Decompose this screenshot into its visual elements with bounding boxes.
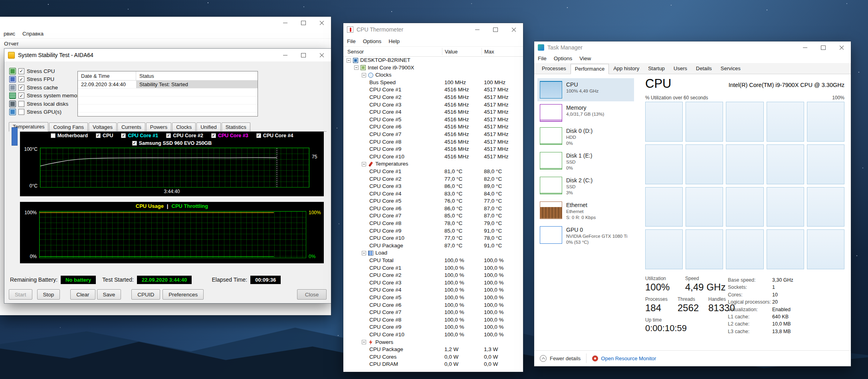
legend-checkbox[interactable] bbox=[96, 133, 101, 138]
minimize-button[interactable] bbox=[276, 49, 294, 61]
legend-checkbox[interactable] bbox=[166, 133, 171, 138]
tab-services[interactable]: Services bbox=[716, 63, 745, 74]
menu-item-view[interactable]: View bbox=[576, 55, 595, 61]
tree-row-cpu-core-3[interactable]: CPU Core #3100,0 %100,0 % bbox=[343, 279, 523, 287]
tree-row-cpu-core-9[interactable]: CPU Core #9100,0 %100,0 % bbox=[343, 324, 523, 331]
tree-row-temperatures[interactable]: Temperatures bbox=[343, 160, 523, 168]
close-icon[interactable] bbox=[505, 23, 523, 36]
tree-row-cpu-core-1[interactable]: CPU Core #14516 MHz4517 MHz bbox=[343, 86, 523, 94]
sidebar-disk-1-e[interactable]: Disk 1 (E:)SSD0% bbox=[537, 149, 634, 174]
legend-item-motherboard[interactable]: Motherboard bbox=[51, 133, 88, 138]
stress-checkbox[interactable] bbox=[18, 109, 24, 115]
save-button[interactable]: Save bbox=[97, 289, 121, 300]
legend-checkbox[interactable] bbox=[256, 133, 261, 138]
sidebar-disk-0-d[interactable]: Disk 0 (D:)HDD0% bbox=[537, 124, 634, 149]
menu-item-file[interactable]: File bbox=[534, 55, 550, 61]
tm-titlebar[interactable]: Task Manager bbox=[534, 41, 851, 53]
column-header-max[interactable]: Max bbox=[482, 48, 494, 55]
tree-row-cpu-core-6[interactable]: CPU Core #64516 MHz4517 MHz bbox=[343, 123, 523, 131]
chevron-up-icon[interactable] bbox=[540, 355, 547, 362]
tree-row-cpu-core-8[interactable]: CPU Core #8100,0 %100,0 % bbox=[343, 316, 523, 324]
tree-row-cpu-core-2[interactable]: CPU Core #2100,0 %100,0 % bbox=[343, 272, 523, 279]
tab-statistics[interactable]: Statistics bbox=[222, 122, 250, 131]
tree-row-load[interactable]: Load bbox=[343, 249, 523, 257]
tab-startup[interactable]: Startup bbox=[644, 63, 669, 74]
legend-item-cpu[interactable]: CPU bbox=[96, 133, 113, 138]
sidebar-ethernet[interactable]: EthernetEthernetS: 0 R: 0 Kbps bbox=[537, 199, 634, 223]
tab-performance[interactable]: Performance bbox=[571, 64, 609, 74]
stress-checkbox[interactable] bbox=[18, 93, 24, 99]
stress-item-stress-fpu[interactable]: Stress FPU bbox=[9, 75, 81, 84]
tree-row-cpu-cores[interactable]: CPU Cores0,0 W0,0 W bbox=[343, 353, 523, 361]
stress-item-stress-gpu-s[interactable]: Stress GPU(s) bbox=[9, 108, 81, 116]
tree-row-cpu-core-10[interactable]: CPU Core #10100,0 %100,0 % bbox=[343, 331, 523, 339]
menu-item-options[interactable]: Options bbox=[550, 55, 576, 61]
tree-row-cpu-core-3[interactable]: CPU Core #34516 MHz4517 MHz bbox=[343, 101, 523, 109]
legend-item-samsung-ssd-960-evo-250gb[interactable]: Samsung SSD 960 EVO 250GB bbox=[132, 140, 212, 146]
stress-item-stress-local-disks[interactable]: Stress local disks bbox=[9, 100, 81, 108]
sidebar-disk-2-c[interactable]: Disk 2 (C:)SSD3% bbox=[537, 174, 634, 199]
tab-processes[interactable]: Processes bbox=[537, 63, 571, 74]
sidebar-gpu-0[interactable]: GPU 0NVIDIA GeForce GTX 1080 Ti0% (53 °C… bbox=[537, 223, 634, 248]
close-icon[interactable] bbox=[313, 49, 331, 61]
stress-log-table[interactable]: Date & Time Status 22.09.2020 3:44:40 St… bbox=[77, 71, 258, 116]
tree-row-intel-core-i9-7900x[interactable]: Intel Core i9-7900X bbox=[343, 64, 523, 72]
tab-clocks[interactable]: Clocks bbox=[172, 122, 196, 131]
tree-row-cpu-core-5[interactable]: CPU Core #576,0 °C77,0 °C bbox=[343, 197, 523, 205]
column-header[interactable]: Status bbox=[136, 73, 154, 79]
stress-checkbox[interactable] bbox=[18, 101, 24, 107]
tree-row-cpu-total[interactable]: CPU Total100,0 %100,0 % bbox=[343, 257, 523, 265]
thermo-titlebar[interactable]: CPU Thermometer bbox=[343, 23, 523, 36]
tree-row-cpu-core-5[interactable]: CPU Core #54516 MHz4517 MHz bbox=[343, 116, 523, 124]
tree-row-cpu-package[interactable]: CPU Package87,0 °C91,0 °C bbox=[343, 242, 523, 250]
tree-row-cpu-core-2[interactable]: CPU Core #24516 MHz4517 MHz bbox=[343, 94, 523, 101]
tree-row-cpu-core-7[interactable]: CPU Core #7100,0 %100,0 % bbox=[343, 309, 523, 316]
tab-details[interactable]: Details bbox=[692, 63, 716, 74]
close-button[interactable]: Close bbox=[297, 289, 327, 300]
tree-row-desktop-b2rinet[interactable]: DESKTOP-B2RINET bbox=[343, 57, 523, 64]
tree-row-cpu-core-4[interactable]: CPU Core #44516 MHz4517 MHz bbox=[343, 109, 523, 116]
fewer-details-button[interactable]: Fewer details bbox=[550, 355, 581, 361]
tab-users[interactable]: Users bbox=[669, 63, 692, 74]
open-resource-monitor-link[interactable]: Open Resource Monitor bbox=[601, 355, 656, 361]
menu-item-options[interactable]: Options bbox=[359, 38, 385, 44]
tree-row-clocks[interactable]: Clocks bbox=[343, 71, 523, 79]
tree-row-cpu-core-2[interactable]: CPU Core #277,0 °C82,0 °C bbox=[343, 176, 523, 183]
stress-item-stress-cache[interactable]: Stress cache bbox=[9, 83, 81, 92]
tree-row-cpu-dram[interactable]: CPU DRAM0,0 W0,0 W bbox=[343, 361, 523, 368]
tree-row-cpu-core-6[interactable]: CPU Core #6100,0 %100,0 % bbox=[343, 302, 523, 309]
tree-row-cpu-core-3[interactable]: CPU Core #386,0 °C89,0 °C bbox=[343, 183, 523, 190]
collapse-icon[interactable] bbox=[354, 65, 359, 70]
tree-row-cpu-core-8[interactable]: CPU Core #878,0 °C79,0 °C bbox=[343, 220, 523, 227]
menu-item-help[interactable]: Help bbox=[385, 38, 403, 44]
legend-item-cpu-core-3[interactable]: CPU Core #3 bbox=[211, 133, 248, 138]
tree-row-cpu-package[interactable]: CPU Package1,2 W1,3 W bbox=[343, 346, 523, 353]
maximize-button[interactable] bbox=[294, 49, 313, 61]
sidebar-memory[interactable]: Memory4,0/31,7 GB (13%) bbox=[537, 101, 634, 124]
collapse-icon[interactable] bbox=[362, 162, 366, 166]
collapse-icon[interactable] bbox=[362, 340, 366, 344]
tab-powers[interactable]: Powers bbox=[146, 122, 171, 131]
column-header[interactable]: Date & Time bbox=[78, 71, 136, 80]
cpuid-button[interactable]: CPUID bbox=[131, 289, 160, 300]
legend-checkbox[interactable] bbox=[121, 133, 126, 138]
tree-row-cpu-core-4[interactable]: CPU Core #4100,0 %100,0 % bbox=[343, 286, 523, 294]
tree-row-cpu-core-1[interactable]: CPU Core #1100,0 %100,0 % bbox=[343, 265, 523, 272]
legend-item-cpu-core-1[interactable]: CPU Core #1 bbox=[121, 133, 158, 138]
legend-checkbox[interactable] bbox=[211, 133, 216, 138]
stress-checkbox[interactable] bbox=[18, 85, 24, 91]
tree-row-cpu-core-5[interactable]: CPU Core #5100,0 %100,0 % bbox=[343, 294, 523, 302]
stress-item-stress-cpu[interactable]: Stress CPU bbox=[9, 67, 81, 75]
tree-row-bus-speed[interactable]: Bus Speed100 MHz100 MHz bbox=[343, 79, 523, 87]
legend-item-cpu-core-2[interactable]: CPU Core #2 bbox=[166, 133, 203, 138]
minimize-button[interactable] bbox=[796, 41, 814, 53]
tab-cooling-fans[interactable]: Cooling Fans bbox=[49, 122, 88, 131]
tree-row-cpu-core-7[interactable]: CPU Core #785,0 °C87,0 °C bbox=[343, 212, 523, 220]
column-header-value[interactable]: Value bbox=[442, 48, 458, 55]
maximize-button[interactable] bbox=[486, 23, 505, 36]
maximize-button[interactable] bbox=[814, 41, 832, 53]
tree-row-cpu-core-7[interactable]: CPU Core #74516 MHz4517 MHz bbox=[343, 131, 523, 138]
tab-unified[interactable]: Unified bbox=[196, 122, 220, 131]
start-button[interactable]: Start bbox=[9, 289, 32, 300]
menu-item-[interactable]: Справка bbox=[19, 31, 47, 37]
